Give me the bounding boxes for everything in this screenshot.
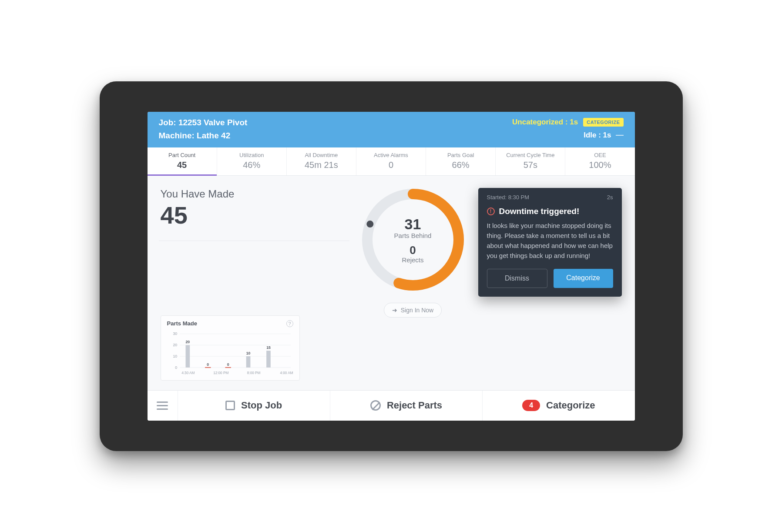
kpi-current-cycle[interactable]: Current Cycle Time 57s [496,147,565,175]
kpi-value: 45m 21s [287,160,356,170]
svg-text:4:00 AM: 4:00 AM [280,371,293,375]
kpi-parts-goal[interactable]: Parts Goal 66% [426,147,496,175]
parts-made-chart: 0102030200010154:30 AM12:00 PM8:00 PM4:0… [167,329,293,377]
signin-arrow-icon: ➜ [392,307,397,314]
left-column: You Have Made 45 Parts Made ? 0102030200… [161,188,348,381]
kpi-label: Current Cycle Time [496,152,565,158]
categorize-label: Categorize [546,400,595,411]
categorize-badge: 4 [522,400,540,411]
parts-behind-value: 31 [405,216,421,233]
kpi-value: 100% [565,160,634,170]
kpi-label: OEE [565,152,634,158]
kpi-label: All Downtime [287,152,356,158]
kpi-label: Utilization [217,152,286,158]
screen: Job: 12253 Valve Pivot Machine: Lathe 42… [148,112,635,421]
svg-text:0: 0 [227,362,229,366]
svg-text:8:00 PM: 8:00 PM [247,371,260,375]
sign-in-button[interactable]: ➜ Sign In Now [384,303,442,318]
help-icon[interactable]: ? [286,320,293,327]
main-area: You Have Made 45 Parts Made ? 0102030200… [148,176,635,390]
kpi-label: Part Count [148,152,217,158]
parts-made-chart-card: Parts Made ? 0102030200010154:30 AM12:00… [161,315,300,381]
progress-gauge: 31 Parts Behind 0 Rejects [359,185,467,294]
uncategorized-label: Uncategorized : 1s [512,118,578,127]
header-left: Job: 12253 Valve Pivot Machine: Lathe 42 [159,118,248,141]
svg-text:4:30 AM: 4:30 AM [181,371,195,375]
kpi-all-downtime[interactable]: All Downtime 45m 21s [287,147,356,175]
device-frame: Job: 12253 Valve Pivot Machine: Lathe 42… [100,81,683,451]
toast-elapsed: 2s [607,194,613,201]
alert-icon: ! [487,207,495,215]
kpi-strip: Part Count 45 Utilization 46% All Downti… [148,147,635,176]
svg-text:0: 0 [207,362,209,366]
rejects-label: Rejects [402,256,423,264]
chart-title: Parts Made [167,320,197,327]
kpi-value: 66% [426,160,495,170]
kpi-value: 57s [496,160,565,170]
stop-job-label: Stop Job [241,400,282,411]
svg-text:0: 0 [175,365,177,369]
kpi-part-count[interactable]: Part Count 45 [148,147,217,175]
kpi-label: Active Alarms [356,152,426,158]
svg-rect-18 [266,351,271,368]
rejects-value: 0 [409,244,416,257]
divider [159,241,349,241]
kpi-value: 45 [148,160,217,170]
downtime-toast: Started: 8:30 PM 2s ! Downtime triggered… [478,188,622,297]
menu-button[interactable] [148,391,178,421]
collapse-icon[interactable] [616,135,624,136]
kpi-value: 0 [356,160,426,170]
uncategorized-row: Uncategorized : 1s CATEGORIZE [512,118,623,127]
categorize-footer-button[interactable]: 4 Categorize [483,391,634,421]
header-right: Uncategorized : 1s CATEGORIZE Idle : 1s [512,118,623,141]
reject-icon [370,400,381,411]
toast-started-label: Started: 8:30 PM [487,194,530,201]
kpi-label: Parts Goal [426,152,495,158]
stop-job-button[interactable]: Stop Job [178,391,330,421]
svg-text:10: 10 [173,354,177,358]
parts-behind-label: Parts Behind [394,232,432,239]
svg-text:12:00 PM: 12:00 PM [213,371,228,375]
kpi-value: 46% [217,160,286,170]
machine-title: Machine: Lathe 42 [159,131,248,141]
idle-row: Idle : 1s [584,131,623,140]
hamburger-icon [157,399,168,412]
you-have-made-label: You Have Made [161,188,348,200]
reject-parts-button[interactable]: Reject Parts [330,391,483,421]
header-bar: Job: 12253 Valve Pivot Machine: Lathe 42… [148,112,635,147]
kpi-oee[interactable]: OEE 100% [565,147,634,175]
svg-text:20: 20 [173,343,177,347]
dismiss-button[interactable]: Dismiss [487,269,547,288]
svg-text:10: 10 [246,351,250,355]
svg-rect-16 [246,356,250,368]
categorize-chip[interactable]: CATEGORIZE [583,118,623,127]
toast-body: It looks like your machine stopped doing… [487,221,613,261]
right-column: Started: 8:30 PM 2s ! Downtime triggered… [478,188,622,381]
toast-title: Downtime triggered! [499,207,580,216]
footer-bar: Stop Job Reject Parts 4 Categorize [148,390,635,421]
job-title: Job: 12253 Valve Pivot [159,118,248,127]
svg-text:20: 20 [185,340,190,344]
sign-in-label: Sign In Now [401,307,433,314]
categorize-button[interactable]: Categorize [554,269,613,288]
stop-icon [225,401,235,410]
gauge-center: 31 Parts Behind 0 Rejects [359,185,467,294]
kpi-utilization[interactable]: Utilization 46% [217,147,287,175]
you-have-made-value: 45 [161,201,348,229]
idle-label: Idle : 1s [584,131,611,140]
svg-text:15: 15 [266,345,271,350]
center-column: 31 Parts Behind 0 Rejects ➜ Sign In Now [356,188,470,381]
svg-rect-8 [185,345,190,368]
svg-text:30: 30 [173,331,177,336]
kpi-active-alarms[interactable]: Active Alarms 0 [356,147,426,175]
reject-parts-label: Reject Parts [387,400,442,411]
